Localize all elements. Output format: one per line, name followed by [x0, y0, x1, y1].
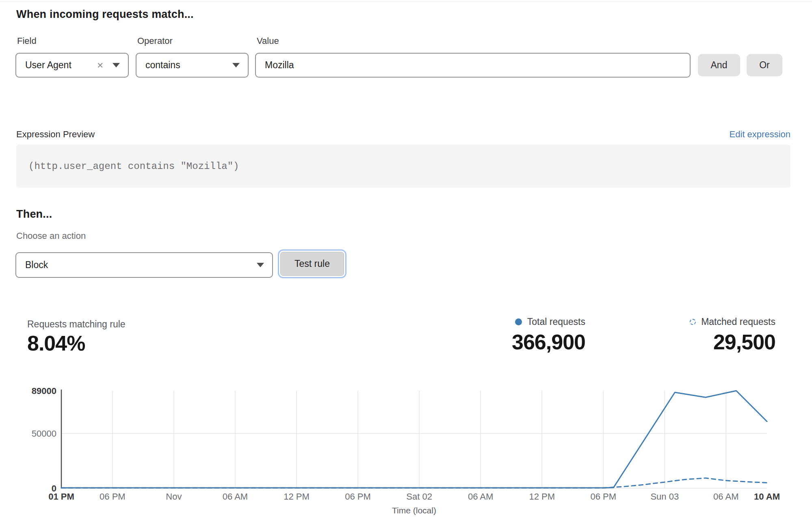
field-select[interactable]: User Agent ✕: [15, 53, 129, 78]
action-select-value: Block: [25, 260, 257, 271]
expression-code: (http.user_agent contains "Mozilla"): [28, 161, 239, 172]
operator-label: Operator: [137, 36, 173, 46]
matched-requests-block: Matched requests 29,500: [690, 316, 775, 354]
page-title: When incoming requests match...: [16, 8, 194, 21]
svg-text:Nov: Nov: [166, 491, 182, 502]
svg-text:06 PM: 06 PM: [100, 491, 126, 502]
chevron-down-icon: [232, 63, 240, 67]
choose-action-label: Choose an action: [16, 231, 86, 241]
field-label: Field: [17, 36, 37, 46]
requests-chart: 0500008900001 PM06 PMNov06 AM12 PM06 PMS…: [0, 382, 812, 526]
matched-requests-label: Matched requests: [701, 316, 775, 327]
requests-matching-label: Requests matching rule: [27, 319, 126, 330]
svg-text:50000: 50000: [32, 429, 56, 439]
remove-field-icon[interactable]: ✕: [97, 61, 104, 70]
total-requests-label: Total requests: [527, 316, 585, 327]
svg-text:Time (local): Time (local): [392, 506, 436, 515]
svg-text:Sat 02: Sat 02: [406, 491, 432, 502]
value-label: Value: [257, 36, 279, 46]
chevron-down-icon: [113, 63, 120, 67]
matched-requests-dashed-circle-icon: [690, 319, 696, 325]
operator-select-value: contains: [145, 60, 232, 71]
top-divider: [0, 1, 812, 2]
then-title: Then...: [16, 208, 52, 221]
svg-text:12 PM: 12 PM: [529, 491, 555, 502]
svg-text:06 AM: 06 AM: [713, 491, 738, 502]
svg-text:06 AM: 06 AM: [223, 491, 248, 502]
requests-matching-value: 8.04%: [27, 331, 85, 355]
or-button[interactable]: Or: [747, 54, 782, 76]
svg-text:06 PM: 06 PM: [345, 491, 371, 502]
chevron-down-icon: [257, 263, 264, 267]
svg-text:89000: 89000: [32, 386, 56, 396]
and-button[interactable]: And: [698, 54, 740, 76]
svg-text:Sun 03: Sun 03: [650, 491, 679, 502]
svg-text:12 PM: 12 PM: [284, 491, 310, 502]
total-requests-dot-icon: [515, 318, 522, 325]
svg-text:10 AM: 10 AM: [754, 491, 780, 502]
svg-text:06 AM: 06 AM: [468, 491, 493, 502]
field-select-value: User Agent: [25, 60, 97, 71]
svg-text:06 PM: 06 PM: [590, 491, 616, 502]
total-requests-value: 366,900: [512, 330, 585, 354]
expression-preview-label: Expression Preview: [16, 129, 95, 140]
test-rule-focus-ring: Test rule: [278, 249, 346, 278]
matched-requests-value: 29,500: [690, 330, 775, 354]
svg-text:01 PM: 01 PM: [48, 491, 74, 502]
action-select[interactable]: Block: [15, 252, 273, 278]
expression-code-box: (http.user_agent contains "Mozilla"): [16, 145, 790, 188]
test-rule-button[interactable]: Test rule: [280, 252, 344, 276]
value-input[interactable]: [255, 53, 691, 78]
total-requests-block: Total requests 366,900: [512, 316, 585, 354]
edit-expression-link[interactable]: Edit expression: [730, 129, 790, 140]
operator-select[interactable]: contains: [136, 53, 249, 78]
